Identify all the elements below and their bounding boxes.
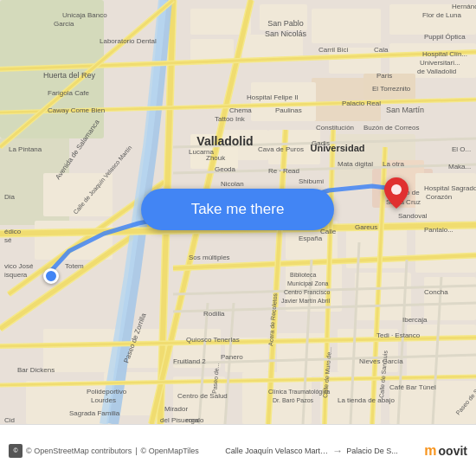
svg-rect-13 [251,82,316,121]
svg-text:Cid: Cid [4,416,15,424]
svg-text:Gadis: Gadis [312,139,330,147]
svg-text:El O...: El O... [452,145,471,153]
svg-text:Sandoval: Sandoval [398,212,428,220]
svg-text:Biblioteca: Biblioteca [290,272,316,278]
svg-text:Hospital Clín...: Hospital Clín... [422,50,467,58]
svg-text:Valladolid: Valladolid [196,134,253,148]
svg-text:Garcia: Garcia [54,20,74,28]
moovit-text: oovit [439,444,467,458]
svg-text:Hospital Felipe II: Hospital Felipe II [247,93,299,101]
svg-text:Corazón: Corazón [426,193,452,201]
svg-text:Laboratorio Dental: Laboratorio Dental [100,37,157,45]
moovit-m-letter: m [424,443,436,459]
svg-text:Polideportivo: Polideportivo [87,388,127,396]
svg-text:Centro de Salud: Centro de Salud [177,392,228,400]
svg-text:Huerta del Rey: Huerta del Rey [43,71,96,80]
svg-text:Mata digital: Mata digital [338,160,373,168]
svg-text:San Martín: San Martín [386,106,424,114]
svg-text:Sagrada Familia: Sagrada Familia [69,409,120,417]
svg-text:La tienda de abajo: La tienda de abajo [338,396,395,404]
origin-marker [43,268,59,284]
svg-text:Bar Dickens: Bar Dickens [17,366,55,374]
from-label: Calle Joaquín Velasco Martín 54 Fr... [225,447,329,455]
svg-text:Unicaja Banco: Unicaja Banco [62,11,107,19]
svg-text:Café Bar Túnel: Café Bar Túnel [389,383,436,391]
svg-rect-3 [312,9,381,43]
svg-text:Maka...: Maka... [448,163,471,170]
svg-point-171 [391,184,402,195]
svg-text:Centro Francisco: Centro Francisco [284,289,330,295]
svg-text:de Valladolid: de Valladolid [417,68,456,75]
svg-text:Quiosco Tenerlas: Quiosco Tenerlas [186,336,240,344]
svg-text:Caway Come Bien: Caway Come Bien [48,106,105,114]
osm-logo: © [9,444,23,458]
svg-rect-37 [424,277,476,320]
svg-text:Re · Read: Re · Read [268,167,299,175]
svg-text:Clínica Traumatológica: Clínica Traumatológica [268,389,330,396]
svg-text:Fruitland 2: Fruitland 2 [173,357,206,365]
svg-text:Dia: Dia [4,193,16,201]
svg-text:Concha: Concha [424,288,448,296]
osm-text: © OpenStreetMap contributors [26,447,132,455]
svg-text:Shibumi: Shibumi [299,177,324,185]
svg-text:édico: édico [4,228,22,235]
take-me-there-button[interactable]: Take me there [141,189,334,230]
svg-text:Lourdes: Lourdes [91,396,116,404]
svg-text:Universitari...: Universitari... [420,59,460,67]
route-info: Calle Joaquín Velasco Martín 54 Fr... → … [199,445,424,457]
svg-text:Tattoo Ink: Tattoo Ink [215,115,246,123]
svg-text:Panero: Panero [221,353,243,361]
svg-text:El Torreznito: El Torreznito [372,85,411,93]
svg-rect-9 [190,39,234,61]
svg-text:Javier Martín Abril: Javier Martín Abril [281,298,330,304]
svg-text:Mirador: Mirador [164,405,188,413]
svg-text:Totem: Totem [65,262,84,270]
attribution: © © OpenStreetMap contributors | © OpenM… [9,444,199,458]
svg-text:Constitución: Constitución [316,124,354,132]
svg-text:Rodilla: Rodilla [203,310,225,318]
svg-text:Zhouk: Zhouk [206,154,226,162]
svg-text:Hospital Sagrado: Hospital Sagrado [424,184,476,192]
omt-text: © OpenMapTiles [141,447,199,455]
svg-text:San Pablo: San Pablo [267,19,304,28]
map-container: Valladolid Universidad San Martín San Pa… [0,0,476,424]
route-arrow: → [332,445,343,457]
svg-text:La otra: La otra [383,160,404,168]
moovit-logo: m oovit [424,443,467,459]
svg-text:Paris: Paris [376,72,392,80]
svg-text:Buzón de Correos: Buzón de Correos [363,124,419,132]
svg-text:Paulinas: Paulinas [275,106,302,114]
svg-text:Carril Bici: Carril Bici [318,46,348,54]
svg-text:La Pintana: La Pintana [9,145,42,153]
svg-text:Palacio Real: Palacio Real [342,100,381,107]
omt-separator: | [135,447,137,455]
svg-text:Tedi · Estanco: Tedi · Estanco [376,331,421,339]
svg-text:Gareus: Gareus [355,223,377,231]
destination-marker [384,177,408,212]
svg-text:vico José: vico José [4,262,34,270]
bottom-bar: © © OpenStreetMap contributors | © OpenM… [0,424,476,476]
svg-text:Ibercaja: Ibercaja [402,316,428,324]
svg-text:Calle: Calle [320,228,337,235]
svg-text:San Nicolás: San Nicolás [265,29,307,38]
svg-rect-36 [415,229,476,273]
svg-text:sé: sé [4,236,12,244]
svg-text:Hernández: Hernández [452,3,476,10]
svg-text:Flor de Luna: Flor de Luna [422,11,461,19]
svg-text:Pantalo...: Pantalo... [424,226,453,234]
svg-text:Chema: Chema [229,106,252,114]
svg-text:Cala: Cala [374,46,389,54]
route-from-to: Calle Joaquín Velasco Martín 54 Fr... → … [225,445,398,457]
svg-text:Sos múltiples: Sos múltiples [189,254,230,261]
svg-text:Dr. Baró Pazos: Dr. Baró Pazos [273,397,314,403]
to-label: Palacio De S... [346,447,398,455]
svg-text:isquera: isquera [4,271,28,279]
svg-text:Geoda: Geoda [215,165,236,173]
svg-text:Cava de Puros: Cava de Puros [258,145,304,153]
svg-text:rondo: rondo [186,416,204,424]
svg-text:Municipal Zona: Municipal Zona [287,280,329,287]
svg-text:España: España [299,235,323,242]
svg-text:Puppil Óptica: Puppil Óptica [424,33,466,41]
svg-text:Nicolan: Nicolan [221,180,244,188]
svg-text:Farigola Cafe: Farigola Cafe [48,89,90,97]
